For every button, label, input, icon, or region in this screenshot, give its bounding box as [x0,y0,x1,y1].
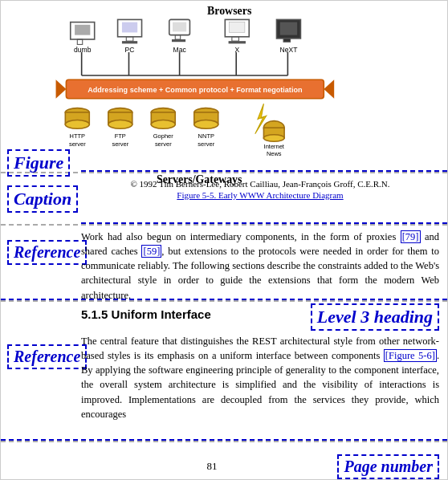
reference-text-block-2: The central feature that distinguishes t… [81,334,439,421]
svg-text:Gopher: Gopher [153,132,173,140]
caption-label: Caption [7,185,78,213]
svg-text:News: News [267,150,282,157]
caption-text-block: © 1992 Tim Berners-Lee, Robert Cailliau,… [81,177,439,200]
svg-rect-13 [172,39,185,42]
svg-point-59 [263,135,284,142]
svg-marker-34 [324,79,334,99]
heading-area: 5.1.5 Uniform Interface Level 3 heading [1,302,447,330]
svg-point-48 [151,120,175,129]
page-number-label: Page number [337,454,439,479]
reference-label-2: Reference [7,344,87,369]
reference-label-1: Reference [7,240,87,265]
reference-area-1: Reference Work had also begun on interme… [1,226,447,302]
svg-text:dumb: dumb [74,46,92,54]
ref-link-79[interactable]: [79] [401,230,421,243]
svg-rect-21 [280,22,297,35]
svg-text:Addressing scheme + Common pro: Addressing scheme + Common protocol + Fo… [88,86,302,94]
svg-rect-22 [283,39,291,42]
svg-text:server: server [112,140,128,148]
caption-fig-title: Figure 5-5. Early WWW Architecture Diagr… [81,190,439,200]
ref-link-59[interactable]: [59] [141,245,161,258]
section-title: Uniform Interface [112,307,211,321]
svg-text:X: X [234,46,239,54]
reference-area-2: Reference The central feature that disti… [1,330,447,442]
svg-marker-33 [56,79,67,99]
page-number-value: 81 [207,460,218,473]
page-container: Figure Browsers dumb PC [0,0,448,480]
svg-text:PC: PC [125,46,135,54]
svg-text:HTTP: HTTP [70,132,86,140]
figure-area: Figure Browsers dumb PC [1,1,447,173]
svg-text:NeXT: NeXT [280,46,299,54]
level3-heading-label: Level 3 heading [311,303,439,331]
svg-rect-6 [122,22,137,33]
section-heading: 5.1.5 Uniform Interface [81,307,211,321]
ref-link-fig56[interactable]: [Figure 5-6] [384,349,437,362]
svg-text:server: server [155,140,172,148]
caption-copyright: © 1992 Tim Berners-Lee, Robert Cailliau,… [81,179,439,189]
svg-point-38 [65,120,89,129]
svg-point-43 [108,120,132,129]
svg-text:NNTP: NNTP [198,132,214,140]
caption-area: Caption © 1992 Tim Berners-Lee, Robert C… [1,173,447,226]
svg-rect-2 [75,25,90,35]
svg-text:Internet: Internet [264,143,285,150]
page-number-area: 81 Page number [1,454,447,479]
reference-text-block-1: Work had also begun on intermediary comp… [81,230,439,303]
section-number: 5.1.5 [81,307,108,321]
diagram-svg: Browsers dumb PC [49,2,409,187]
svg-text:Browsers: Browsers [207,5,252,17]
svg-point-53 [194,120,218,129]
svg-rect-16 [230,22,245,33]
svg-rect-3 [77,39,82,44]
svg-rect-18 [229,41,246,43]
svg-rect-11 [173,22,186,32]
svg-text:server: server [198,140,214,148]
svg-text:server: server [69,140,86,148]
svg-text:FTP: FTP [115,132,126,140]
svg-rect-8 [122,41,137,43]
